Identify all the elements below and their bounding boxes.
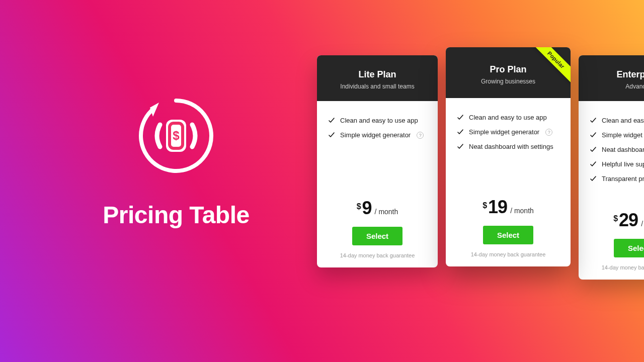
plan-card-enterprise: Enterprise Advanced Clean and easy to us… bbox=[579, 55, 644, 280]
price: $ 29 / month bbox=[590, 210, 644, 231]
plan-body: Clean and easy to use app Simple widget … bbox=[317, 101, 438, 267]
feature-text: Simple widget generator bbox=[469, 128, 539, 136]
feature-text: Transparent pricing bbox=[602, 175, 644, 183]
currency: $ bbox=[613, 214, 618, 223]
feature-list: Clean and easy to use app Simple widget … bbox=[328, 113, 427, 192]
feature-text: Clean and easy to use app bbox=[469, 114, 547, 121]
price-value: 19 bbox=[488, 197, 507, 218]
svg-text:$: $ bbox=[173, 129, 180, 142]
price-period: / month bbox=[510, 207, 534, 215]
price-value: 9 bbox=[362, 198, 372, 219]
plan-name: Pro Plan bbox=[455, 64, 561, 75]
help-icon[interactable]: ? bbox=[545, 129, 552, 136]
feature-text: Helpful live support bbox=[602, 160, 644, 168]
pricing-logo-icon: $ bbox=[131, 90, 221, 181]
select-button[interactable]: Select bbox=[614, 239, 644, 257]
list-item: Neat dashboard with settings bbox=[590, 142, 644, 157]
plan-header: Lite Plan Individuals and small teams bbox=[317, 55, 438, 101]
feature-text: Neat dashboard with settings bbox=[469, 143, 553, 150]
price-period: / month bbox=[641, 220, 644, 228]
list-item: Simple widget generator bbox=[590, 128, 644, 142]
list-item: Helpful live support bbox=[590, 157, 644, 171]
plan-body: Clean and easy to use app Simple widget … bbox=[446, 98, 571, 266]
list-item: Transparent pricing bbox=[590, 171, 644, 186]
plan-card-lite: Lite Plan Individuals and small teams Cl… bbox=[317, 55, 438, 267]
list-item: Clean and easy to use app bbox=[457, 110, 559, 125]
guarantee-note: 14-day money back guarantee bbox=[328, 252, 427, 258]
feature-text: Clean and easy to use app bbox=[340, 117, 418, 124]
guarantee-note: 14-day money back guarantee bbox=[457, 251, 559, 257]
price: $ 19 / month bbox=[457, 197, 559, 218]
feature-text: Clean and easy to use app bbox=[602, 117, 644, 124]
list-item: Neat dashboard with settings bbox=[457, 139, 559, 154]
feature-list: Clean and easy to use app Simple widget … bbox=[590, 113, 644, 204]
list-item: Clean and easy to use app bbox=[328, 113, 427, 128]
check-icon bbox=[457, 114, 464, 121]
guarantee-note: 14-day money back guarantee bbox=[590, 264, 644, 270]
plan-header: Enterprise Advanced bbox=[579, 55, 644, 101]
check-icon bbox=[590, 117, 597, 124]
plan-body: Clean and easy to use app Simple widget … bbox=[579, 101, 644, 280]
hero: $ Pricing Table bbox=[75, 90, 277, 229]
plan-subtitle: Advanced bbox=[588, 83, 644, 90]
list-item: Clean and easy to use app bbox=[590, 113, 644, 128]
page: $ Pricing Table Lite Plan Individuals an… bbox=[0, 0, 644, 362]
check-icon bbox=[457, 129, 464, 136]
hero-title: Pricing Table bbox=[75, 201, 277, 229]
list-item: Simple widget generator ? bbox=[328, 128, 427, 142]
select-button[interactable]: Select bbox=[352, 227, 403, 245]
feature-text: Neat dashboard with settings bbox=[602, 146, 644, 153]
feature-text: Simple widget generator bbox=[602, 131, 644, 139]
plan-subtitle: Individuals and small teams bbox=[326, 83, 429, 90]
pricing-cards: Lite Plan Individuals and small teams Cl… bbox=[317, 55, 644, 280]
help-icon[interactable]: ? bbox=[417, 132, 424, 139]
list-item: Simple widget generator ? bbox=[457, 125, 559, 139]
price: $ 9 / month bbox=[328, 198, 427, 219]
currency: $ bbox=[357, 202, 361, 211]
select-button[interactable]: Select bbox=[483, 226, 533, 244]
plan-subtitle: Growing businesses bbox=[455, 78, 561, 85]
plan-name: Enterprise bbox=[588, 69, 644, 80]
check-icon bbox=[590, 161, 597, 168]
check-icon bbox=[590, 146, 597, 153]
price-value: 29 bbox=[619, 210, 638, 231]
currency: $ bbox=[482, 201, 487, 210]
feature-list: Clean and easy to use app Simple widget … bbox=[457, 110, 559, 191]
check-icon bbox=[328, 132, 335, 139]
plan-card-pro: Popular Pro Plan Growing businesses Clea… bbox=[446, 47, 571, 266]
plan-name: Lite Plan bbox=[326, 69, 429, 80]
check-icon bbox=[590, 132, 597, 139]
feature-text: Simple widget generator bbox=[340, 131, 411, 139]
check-icon bbox=[328, 117, 335, 124]
check-icon bbox=[590, 175, 597, 183]
check-icon bbox=[457, 143, 464, 150]
price-period: / month bbox=[375, 208, 398, 216]
